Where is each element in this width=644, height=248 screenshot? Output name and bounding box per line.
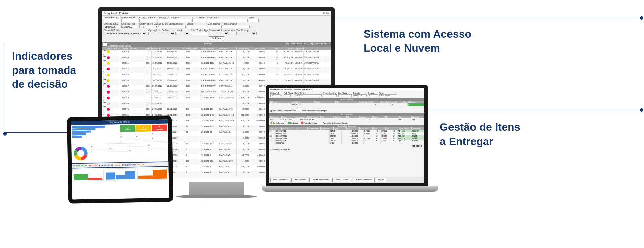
input-serie[interactable] [249, 19, 259, 22]
input-cod-repres[interactable] [208, 25, 222, 28]
col-header[interactable]: Qtde Item [334, 116, 347, 118]
col-header[interactable]: Qtde [334, 127, 347, 130]
input-data-emissao[interactable] [353, 94, 367, 97]
input-representante[interactable] [223, 25, 250, 28]
row-checkbox[interactable] [103, 79, 106, 84]
toolbar-button[interactable]: Layout [376, 178, 386, 182]
col-header[interactable]: UN [386, 127, 398, 130]
col-header[interactable]: Peso Líquido [237, 47, 250, 50]
row-checkbox[interactable] [103, 68, 106, 72]
col-header[interactable]: Nome Fantasia [200, 47, 218, 50]
table-row[interactable]: 00705200114/07/202218/07/20221686T. F. P… [102, 67, 331, 73]
col-header[interactable]: Pç [386, 116, 398, 118]
col-header[interactable]: Data [282, 116, 295, 118]
table-row[interactable]: 00704900112/07/202218/07/20221686T. F. P… [102, 56, 331, 62]
col-header[interactable]: Cód. Produto [308, 116, 321, 118]
col-header[interactable]: Custo Total [412, 127, 424, 130]
plus-icon[interactable]: + [270, 148, 271, 150]
table-row[interactable]: 00704800112/07/202218/07/20221686T. F. P… [102, 50, 331, 56]
input-lote-cliente[interactable] [338, 94, 352, 97]
input-lap-razao[interactable] [295, 94, 322, 97]
col-header[interactable]: Modelo DF [110, 47, 121, 50]
row-checkbox[interactable] [103, 97, 106, 101]
col-header[interactable]: Qtde. Volum [250, 47, 266, 50]
col-header[interactable]: tb [166, 47, 181, 50]
select-mobile[interactable] [177, 32, 190, 35]
table-row[interactable]: 00705300120/07/202220/07/20221686T. F. P… [102, 73, 331, 79]
detail-row[interactable]: 26PRODUTO 26124304,32000000,07310KG37,07… [269, 130, 424, 132]
col-header[interactable]: Situação [412, 116, 424, 118]
col-header[interactable] [102, 47, 106, 50]
col-header[interactable]: Largura [360, 116, 372, 118]
input-saida-fat-ate[interactable] [154, 25, 167, 28]
detail-row[interactable]: 193PRODUTO 19354753,00000000,31730KG10,4… [269, 137, 424, 140]
detail-row[interactable]: 121PRODUTO 1212360000,0000000UN10,0000UN… [269, 135, 424, 137]
col-header[interactable]: Bit. [347, 116, 360, 118]
col-header[interactable]: Cód. Apont. [269, 116, 282, 118]
detail-row[interactable]: CLIENTE 114604,3200000 [269, 142, 424, 144]
input-cod-cliente[interactable] [192, 19, 206, 22]
col-header[interactable]: Qtde [373, 127, 386, 130]
toolbar-button[interactable]: Desfazer Apontamento [353, 178, 375, 182]
select-faturado-antec[interactable] [209, 32, 229, 35]
input-cidade[interactable] [187, 25, 207, 28]
col-header[interactable]: UN [347, 127, 360, 130]
controle-numeracao[interactable]: Controle de Numeração [272, 148, 290, 150]
col-header[interactable]: Cód. Item [269, 127, 282, 130]
select-status-pedido[interactable]: Orçamento, Aguardando Análise Com [104, 32, 147, 35]
input-entrega[interactable] [368, 94, 378, 97]
input-razao-social[interactable] [207, 19, 248, 22]
col-header[interactable]: Saída/Fat [152, 47, 166, 50]
col-header[interactable]: UN [336, 101, 358, 103]
input-codigo-pedido[interactable] [104, 19, 120, 22]
col-header[interactable]: Nome / Razã [185, 47, 200, 50]
col-header[interactable]: Cód. Cliente [181, 47, 185, 50]
col-header[interactable]: Comp. [373, 116, 386, 118]
col-header[interactable]: Nº Doc. Fiscal [121, 47, 132, 50]
col-header[interactable]: Valor Unitário [398, 127, 411, 130]
col-header[interactable]: Espessura [321, 127, 334, 130]
col-header[interactable]: Peso Bruto [218, 47, 237, 50]
col-header[interactable]: Representante [294, 47, 304, 50]
toolbar-button[interactable]: Editar Consumo [291, 178, 308, 182]
input-status[interactable] [380, 94, 396, 97]
col-header[interactable]: Situaç [279, 47, 294, 50]
col-header[interactable]: Total [266, 47, 279, 50]
input-codigo-op[interactable] [270, 94, 280, 97]
input-codigo-venda[interactable] [323, 94, 337, 97]
input-emissao-inicial[interactable] [104, 25, 120, 28]
col-header[interactable]: Terr [398, 116, 411, 118]
col-header[interactable]: Produto [282, 127, 295, 130]
input-emissao-final[interactable] [121, 25, 138, 28]
input-lap-cod-cliente[interactable] [284, 94, 291, 97]
input-carregamento[interactable] [169, 25, 186, 28]
maximize-icon[interactable]: □ [325, 12, 327, 15]
toolbar-button[interactable]: Finalizar Apontamento [309, 178, 331, 182]
input-nro-doc-fiscal[interactable] [121, 19, 138, 22]
col-header[interactable]: Vend it [106, 47, 110, 50]
row-checkbox[interactable] [103, 108, 106, 112]
row-checkbox[interactable] [103, 50, 106, 55]
items-grid-row[interactable]: 152 PRODUTO 152 10 10 0 [269, 103, 424, 106]
col-header[interactable]: Produto [313, 101, 336, 103]
search-icon[interactable]: 🔍 [280, 95, 282, 97]
row-checkbox[interactable] [103, 102, 106, 107]
col-header[interactable]: Referência [291, 101, 314, 103]
detail-row[interactable]: PRODUTO 28345120,0000000KG1,8816KGR$ 5,8… [269, 140, 424, 142]
select-tipo-entrega[interactable] [236, 32, 257, 35]
input-saida-fat-de[interactable] [139, 25, 153, 28]
row-checkbox[interactable] [103, 74, 106, 78]
col-header[interactable]: Saldo a Entregar [402, 101, 424, 103]
toolbar-button[interactable]: Recalcu. Consumo [332, 178, 351, 182]
apont-grid-row[interactable]: 8058 27/06/2024 07:40 1 USUARIO DOMTEC 1… [269, 118, 424, 121]
row-checkbox[interactable] [103, 62, 106, 66]
input-cod-pedido-app[interactable] [191, 32, 208, 35]
col-header[interactable]: UN [321, 116, 334, 118]
row-checkbox[interactable] [103, 85, 106, 89]
col-header[interactable]: Peso Item [360, 127, 372, 130]
input-codigo-barras[interactable] [139, 19, 156, 22]
detail-row[interactable]: 29PRODUTO 2912500,19600000,06810KG1,3300… [269, 132, 424, 135]
row-checkbox[interactable] [103, 91, 106, 95]
col-header[interactable]: Cód. Item [269, 101, 291, 103]
input-descricao-produto[interactable] [158, 19, 191, 22]
